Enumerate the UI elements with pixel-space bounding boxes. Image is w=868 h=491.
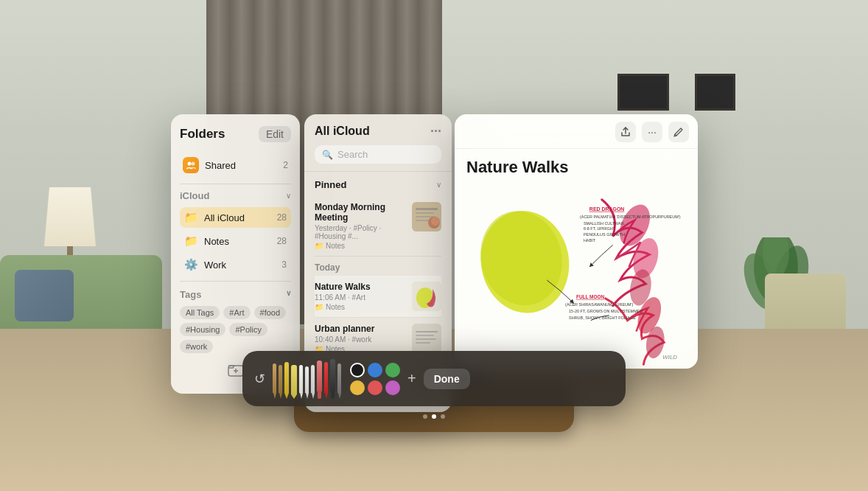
svg-point-6 <box>187 161 191 165</box>
svg-text:(ACER PALMATUM 'DISSECTUM ATRO: (ACER PALMATUM 'DISSECTUM ATROPURPUREUM'… <box>580 215 681 219</box>
svg-text:FULL MOON: FULL MOON <box>576 294 604 299</box>
more-icon-viewer: ··· <box>648 126 657 138</box>
share-icon <box>620 127 631 137</box>
edit-button[interactable]: Edit <box>259 126 291 142</box>
note-meta-monday: Yesterday · #Policy · #Housing #... <box>315 224 406 240</box>
folder-notes[interactable]: 📁 Notes 28 <box>180 231 291 251</box>
pencil-icon <box>673 127 684 137</box>
tool-pen-1[interactable] <box>273 363 276 399</box>
folder-name-nature: Notes <box>326 303 345 311</box>
folder-all-icloud[interactable]: 📁 All iCloud 28 <box>180 207 291 228</box>
icloud-label: iCloud <box>180 190 209 201</box>
color-black[interactable] <box>350 363 365 377</box>
folder-icon-all: 📁 <box>184 211 198 224</box>
color-red[interactable] <box>368 380 382 395</box>
shared-label: Shared <box>205 160 277 171</box>
done-button[interactable]: Done <box>424 369 470 389</box>
tool-pen-6[interactable] <box>305 366 309 399</box>
tag-housing[interactable]: #Housing <box>180 323 225 336</box>
nature-walks-drawing: RED DRAGON (ACER PALMATUM 'DISSECTUM ATR… <box>466 184 686 366</box>
wall-frame-2 <box>695 74 735 111</box>
sidebar-header: Folders Edit <box>180 126 291 142</box>
notes-more-button[interactable]: ··· <box>430 125 441 138</box>
tag-work[interactable]: #work <box>180 340 213 353</box>
tool-brush-black[interactable] <box>330 359 335 399</box>
tool-brush-red[interactable] <box>317 361 322 399</box>
folder-name-monday: Notes <box>326 242 345 250</box>
undo-button[interactable]: ↺ <box>254 371 265 387</box>
svg-text:SHRUB, SHOWY, BRIGHT FOLIAGE: SHRUB, SHOWY, BRIGHT FOLIAGE <box>569 316 636 320</box>
svg-rect-23 <box>416 338 436 340</box>
note-content: Nature Walks RED DRAGON (ACER PALMATUM '… <box>455 149 698 366</box>
tool-pen-7[interactable] <box>311 365 315 399</box>
icloud-section-header: iCloud ∨ <box>180 190 291 201</box>
svg-text:PENDULUS GROWTH: PENDULUS GROWTH <box>584 232 625 237</box>
tag-policy[interactable]: #Policy <box>229 323 267 336</box>
svg-text:15-20 FT, GROWS ON MULTISTEMME: 15-20 FT, GROWS ON MULTISTEMMED <box>569 309 643 313</box>
tool-pen-red[interactable] <box>324 362 328 399</box>
edit-note-button[interactable] <box>668 122 689 142</box>
divider-2 <box>180 281 291 282</box>
svg-rect-24 <box>416 342 430 344</box>
sofa-cushion <box>15 270 74 321</box>
divider-1 <box>180 184 291 184</box>
tags-container: All Tags #Art #food #Housing #Policy #wo… <box>180 306 291 353</box>
tool-pen-5[interactable] <box>299 365 303 399</box>
add-color-button[interactable]: + <box>407 370 416 387</box>
note-folder-nature: 📁 Notes <box>315 303 406 311</box>
tag-all-tags[interactable]: All Tags <box>180 306 220 319</box>
dot-2 <box>432 414 436 419</box>
note-drawing-area: RED DRAGON (ACER PALMATUM 'DISSECTUM ATR… <box>466 184 686 366</box>
svg-point-7 <box>191 161 195 165</box>
tags-header: Tags ∨ <box>180 289 291 300</box>
folder-name-work: Work <box>204 260 276 271</box>
shared-count: 2 <box>283 160 288 170</box>
tool-pencil[interactable] <box>337 363 341 399</box>
thumb-svg-monday <box>412 202 441 231</box>
svg-text:(ACER SHIRASAWANUM 'AUREUM'): (ACER SHIRASAWANUM 'AUREUM') <box>565 302 633 307</box>
note-meta-nature: 11:06 AM · #Art <box>315 293 406 302</box>
notes-list-title-bar: All iCloud ··· <box>315 125 441 138</box>
svg-rect-12 <box>416 208 438 210</box>
note-nature-walks[interactable]: Nature Walks 11:06 AM · #Art 📁 Notes <box>315 276 441 318</box>
tool-pen-3[interactable] <box>284 362 289 399</box>
more-button-viewer[interactable]: ··· <box>642 122 662 142</box>
note-title-nature: Nature Walks <box>315 282 406 292</box>
tag-food[interactable]: #food <box>254 306 287 319</box>
note-viewer-panel: ··· Nature Walks RED DR <box>455 114 698 369</box>
tags-section: Tags ∨ All Tags #Art #food #Housing #Pol… <box>180 289 291 353</box>
color-blue[interactable] <box>368 363 382 377</box>
thumb-svg-urban <box>412 324 441 353</box>
shared-item[interactable]: Shared 2 <box>180 153 291 178</box>
svg-rect-15 <box>416 220 430 221</box>
pinned-chevron: ∨ <box>436 181 441 189</box>
today-label: Today <box>315 257 441 276</box>
new-folder-button[interactable] <box>228 362 244 382</box>
svg-text:HABIT: HABIT <box>584 238 596 243</box>
svg-rect-13 <box>416 212 434 214</box>
tool-marker-1[interactable] <box>291 365 297 399</box>
note-monday-meeting[interactable]: Monday Morning Meeting Yesterday · #Poli… <box>315 196 441 257</box>
note-main-title: Nature Walks <box>466 158 686 177</box>
svg-rect-21 <box>416 331 438 332</box>
folder-name-all: All iCloud <box>204 212 271 223</box>
note-viewer-header: ··· <box>455 114 698 149</box>
pagination-dots <box>423 414 445 419</box>
folder-work[interactable]: ⚙️ Work 3 <box>180 254 291 275</box>
color-green[interactable] <box>385 363 400 377</box>
share-button[interactable] <box>615 122 636 142</box>
color-yellow[interactable] <box>350 380 365 395</box>
note-info-urban: Urban planner 10:40 AM · #work 📁 Notes <box>315 324 406 353</box>
folder-icon-nature: 📁 <box>315 303 323 311</box>
svg-text:RED DRAGON: RED DRAGON <box>589 206 624 212</box>
tool-pen-2[interactable] <box>279 365 282 399</box>
tag-art[interactable]: #Art <box>223 306 250 319</box>
svg-text:SMALLISH CULTIVAR,: SMALLISH CULTIVAR, <box>584 221 626 226</box>
svg-text:WILD: WILD <box>662 354 677 361</box>
folder-count-all: 28 <box>277 212 287 223</box>
tags-label-text: Tags <box>180 289 201 300</box>
search-bar[interactable]: 🔍 Search <box>315 145 441 164</box>
color-purple[interactable] <box>385 380 400 395</box>
folder-count-work: 3 <box>281 260 287 270</box>
pinned-label: Pinned <box>315 179 346 190</box>
